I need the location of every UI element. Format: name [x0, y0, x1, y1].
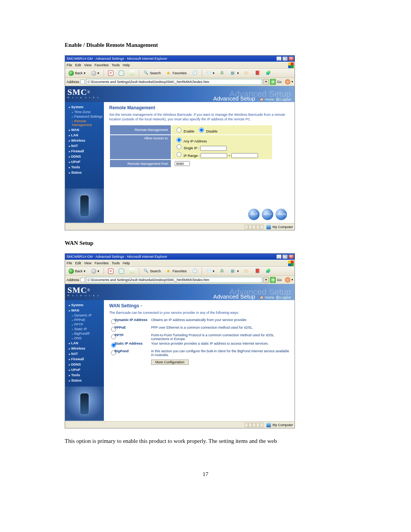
more-config-button[interactable]: More Configuration — [151, 359, 189, 365]
sidebar-sub-remote-management[interactable]: Remote Management — [65, 119, 104, 127]
sidebar-sec-lan[interactable]: LAN — [65, 340, 104, 346]
edit-button[interactable]: ▾ — [229, 268, 241, 275]
sidebar-sub-pppoe[interactable]: PPPoE — [65, 318, 104, 322]
address-input[interactable] — [86, 79, 262, 85]
sidebar-sec-tools[interactable]: Tools — [65, 165, 104, 170]
port-input[interactable] — [175, 161, 190, 166]
minimize-button[interactable]: _ — [276, 56, 282, 61]
menu-favorites[interactable]: Favorites — [94, 63, 108, 67]
single-ip-input[interactable] — [200, 146, 227, 151]
sidebar-sub-pptp[interactable]: PPTP — [65, 322, 104, 327]
print-button[interactable] — [218, 268, 227, 275]
ip-range-sep: ~ — [228, 154, 230, 158]
menu-favorites[interactable]: Favorites — [94, 261, 108, 265]
ip-range-to[interactable] — [231, 153, 258, 158]
ip-range-from[interactable] — [201, 153, 227, 158]
favorites-button[interactable]: Favorites — [164, 268, 189, 275]
sidebar-sec-wireless[interactable]: Wireless — [65, 138, 104, 143]
print-button[interactable] — [218, 70, 227, 77]
apply-button[interactable]: APPLY — [262, 209, 273, 220]
forward-button[interactable]: ▾ — [89, 268, 101, 275]
addon-button[interactable] — [264, 268, 273, 275]
stop-button[interactable] — [106, 70, 115, 77]
folder-button[interactable] — [242, 70, 252, 77]
back-button[interactable]: Back ▾ — [67, 70, 88, 77]
menu-file[interactable]: File — [67, 261, 72, 265]
sidebar-sec-firewall[interactable]: Firewall — [65, 356, 104, 362]
sidebar-sec-upnp[interactable]: UPnP — [65, 367, 104, 372]
radio-single-ip[interactable]: Single IP : — [175, 146, 199, 150]
sidebar-sec-system[interactable]: System — [65, 302, 104, 308]
sidebar-sec-lan[interactable]: LAN — [65, 133, 104, 138]
menu-tools[interactable]: Tools — [112, 63, 119, 67]
close-button[interactable]: ✕ — [288, 254, 294, 259]
sidebar-sub-dynamic-ip[interactable]: Dynamic IP — [65, 313, 104, 318]
heading-remote-management: Enable / Disable Remote Management — [65, 42, 346, 48]
sidebar-sec-upnp[interactable]: UPnP — [65, 159, 104, 165]
minimize-button[interactable]: _ — [276, 254, 282, 259]
history-button[interactable] — [190, 268, 199, 275]
wan-option-desc: Point-to-Point Tunneling Protocol is a c… — [151, 333, 289, 341]
links-icon[interactable] — [285, 277, 290, 283]
menu-view[interactable]: View — [84, 261, 91, 265]
folder-button[interactable] — [242, 268, 252, 275]
go-button[interactable]: ➜ — [270, 277, 276, 283]
links-icon[interactable] — [285, 79, 290, 85]
radio-enable[interactable]: Enable — [175, 129, 194, 133]
sidebar-sec-nat[interactable]: NAT — [65, 143, 104, 149]
menu-view[interactable]: View — [84, 63, 91, 67]
maximize-button[interactable]: ❐ — [282, 254, 288, 259]
menu-help[interactable]: Help — [123, 261, 130, 265]
mail-button[interactable]: ▾ — [204, 268, 217, 275]
sidebar-sec-ddns[interactable]: DDNS — [65, 362, 104, 367]
research-button[interactable] — [253, 268, 262, 275]
addon-button[interactable] — [264, 70, 273, 77]
go-button[interactable]: ➜ — [270, 79, 276, 85]
forward-button[interactable]: ▾ — [89, 70, 101, 77]
menu-help[interactable]: Help — [123, 63, 130, 67]
address-dropdown[interactable]: ▾ — [263, 79, 269, 85]
radio-disable[interactable]: Disable — [197, 129, 218, 133]
sidebar-sec-tools[interactable]: Tools — [65, 372, 104, 378]
address-input[interactable] — [86, 277, 262, 283]
maximize-button[interactable]: ❐ — [282, 56, 288, 61]
sidebar-sub-static-ip[interactable]: Static IP — [65, 327, 104, 331]
menu-tools[interactable]: Tools — [112, 261, 119, 265]
radio-any-ip[interactable]: Any IP Address — [175, 139, 207, 143]
address-dropdown[interactable]: ▾ — [263, 277, 269, 283]
home-button[interactable] — [127, 70, 137, 77]
sidebar-sec-firewall[interactable]: Firewall — [65, 149, 104, 154]
sidebar-sec-system[interactable]: System — [65, 104, 104, 110]
sidebar-sub-bigpond-[interactable]: BigPond® — [65, 331, 104, 336]
favorites-button[interactable]: Favorites — [164, 70, 189, 77]
search-button[interactable]: Search — [142, 268, 163, 275]
sidebar-sec-wireless[interactable]: Wireless — [65, 346, 104, 351]
sidebar-sec-ddns[interactable]: DDNS — [65, 154, 104, 159]
history-button[interactable] — [190, 70, 199, 77]
back-button[interactable]: Back ▾ — [67, 268, 88, 275]
menu-file[interactable]: File — [67, 63, 72, 67]
home-button[interactable] — [127, 268, 137, 275]
cancel-button[interactable]: CANCEL — [276, 209, 287, 220]
close-button[interactable]: ✕ — [288, 56, 294, 61]
sidebar-sec-status[interactable]: Status — [65, 170, 104, 175]
edit-button[interactable]: ▾ — [229, 70, 241, 77]
sidebar-sub-password-settings[interactable]: Password Settings — [65, 114, 104, 119]
sidebar-sub-time-zone[interactable]: Time Zone — [65, 110, 104, 114]
sidebar-sub-dns[interactable]: DNS — [65, 336, 104, 340]
refresh-button[interactable] — [117, 268, 126, 275]
sidebar-sec-wan[interactable]: WAN — [65, 308, 104, 313]
menu-edit[interactable]: Edit — [75, 63, 81, 67]
sidebar-sec-wan[interactable]: WAN — [65, 127, 104, 133]
mail-button[interactable]: ▾ — [204, 70, 217, 77]
brand-sub: N e t w o r k s — [67, 96, 99, 99]
stop-button[interactable] — [106, 268, 115, 275]
help-button[interactable]: HELP — [248, 209, 260, 220]
refresh-button[interactable] — [117, 70, 126, 77]
menu-edit[interactable]: Edit — [75, 261, 81, 265]
sidebar-sec-status[interactable]: Status — [65, 378, 104, 383]
radio-ip-range[interactable]: IP Range : — [175, 154, 200, 158]
search-button[interactable]: Search — [142, 70, 163, 77]
sidebar-sec-nat[interactable]: NAT — [65, 351, 104, 356]
research-button[interactable] — [253, 70, 262, 77]
